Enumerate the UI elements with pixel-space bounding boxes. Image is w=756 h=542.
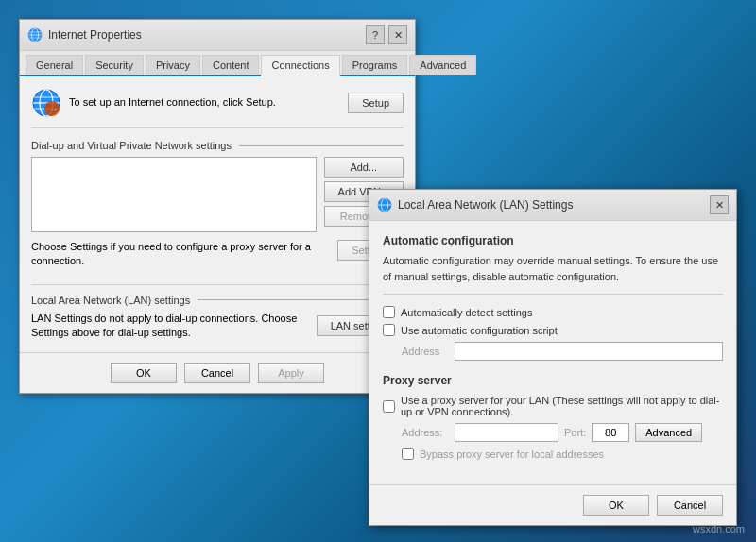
lan-dialog-footer: OK Cancel: [369, 484, 736, 525]
ok-button[interactable]: OK: [111, 363, 177, 383]
lan-titlebar-left: Local Area Network (LAN) Settings: [377, 197, 573, 212]
vpn-listbox[interactable]: [31, 157, 317, 232]
auto-config-heading: Automatic configuration: [383, 234, 723, 247]
proxy-check-row: Use a proxy server for your LAN (These s…: [383, 395, 723, 417]
tab-connections[interactable]: Connections: [261, 55, 339, 76]
lan-ok-button[interactable]: OK: [583, 495, 649, 516]
lan-dialog-content: Automatic configuration Automatic config…: [369, 221, 736, 484]
address-input[interactable]: [455, 342, 723, 361]
auto-detect-label: Automatically detect settings: [401, 307, 532, 318]
choose-settings-text: Choose Settings if you need to configure…: [31, 240, 330, 269]
lan-dialog-title: Local Area Network (LAN) Settings: [398, 198, 573, 212]
choose-settings-row: Choose Settings if you need to configure…: [31, 240, 404, 269]
lan-row: LAN Settings do not apply to dial-up con…: [31, 312, 404, 341]
setup-button[interactable]: Setup: [348, 93, 404, 113]
help-button[interactable]: ?: [366, 25, 385, 44]
lan-text: LAN Settings do not apply to dial-up con…: [31, 312, 309, 341]
lan-globe-icon: [377, 197, 392, 212]
bypass-label: Bypass proxy server for local addresses: [420, 449, 604, 460]
vpn-list-area: Add... Add VPN... Remove...: [31, 157, 404, 232]
lan-section-label: Local Area Network (LAN) settings: [31, 295, 404, 306]
setup-text: To set up an Internet connection, click …: [69, 95, 340, 110]
lan-titlebar: Local Area Network (LAN) Settings ✕: [369, 190, 736, 221]
cancel-button[interactable]: Cancel: [184, 363, 250, 383]
tab-bar: General Security Privacy Content Connect…: [20, 51, 415, 76]
internet-properties-title: Internet Properties: [48, 28, 142, 42]
advanced-button[interactable]: Advanced: [635, 423, 702, 442]
lan-close-button[interactable]: ✕: [710, 195, 729, 214]
address-label: Address: [402, 346, 449, 357]
titlebar-left: Internet Properties: [27, 27, 142, 42]
apply-button[interactable]: Apply: [258, 363, 324, 383]
close-button[interactable]: ✕: [388, 25, 407, 44]
internet-properties-footer: OK Cancel Apply: [20, 352, 415, 393]
auto-detect-checkbox[interactable]: [383, 306, 395, 318]
connections-content: → To set up an Internet connection, clic…: [20, 76, 415, 352]
internet-properties-dialog: Internet Properties ? ✕ General Security…: [19, 19, 416, 394]
proxy-server-heading: Proxy server: [383, 374, 723, 387]
tab-programs[interactable]: Programs: [342, 55, 408, 75]
proxy-check-label: Use a proxy server for your LAN (These s…: [401, 395, 723, 417]
port-input[interactable]: [592, 423, 629, 442]
bypass-row: Bypass proxy server for local addresses: [402, 448, 723, 460]
port-label: Port:: [564, 427, 586, 438]
auto-detect-row: Automatically detect settings: [383, 306, 723, 318]
internet-properties-titlebar: Internet Properties ? ✕: [20, 20, 415, 51]
titlebar-controls: ? ✕: [366, 25, 407, 44]
watermark: wsxdn.com: [693, 523, 745, 534]
bypass-checkbox[interactable]: [402, 448, 414, 460]
internet-properties-icon: [27, 27, 43, 42]
tab-privacy[interactable]: Privacy: [146, 55, 200, 75]
lan-cancel-button[interactable]: Cancel: [657, 495, 723, 516]
auto-script-row: Use automatic configuration script: [383, 324, 723, 336]
lan-section: Local Area Network (LAN) settings LAN Se…: [31, 284, 404, 341]
address-row: Address: [402, 342, 723, 361]
auto-config-desc: Automatic configuration may override man…: [383, 253, 723, 295]
setup-row: → To set up an Internet connection, clic…: [31, 88, 404, 128]
dialup-section-label: Dial-up and Virtual Private Network sett…: [31, 140, 404, 151]
tab-security[interactable]: Security: [85, 55, 144, 75]
lan-titlebar-controls: ✕: [710, 195, 729, 214]
auto-script-label: Use automatic configuration script: [401, 325, 558, 336]
proxy-address-label: Address:: [402, 427, 449, 438]
tab-general[interactable]: General: [26, 55, 83, 75]
add-button[interactable]: Add...: [324, 157, 404, 178]
lan-settings-dialog: Local Area Network (LAN) Settings ✕ Auto…: [369, 189, 737, 526]
proxy-address-input[interactable]: [455, 423, 558, 442]
proxy-address-row: Address: Port: Advanced: [402, 423, 723, 442]
globe-icon: →: [31, 88, 61, 118]
svg-text:→: →: [49, 104, 59, 114]
proxy-checkbox[interactable]: [383, 400, 395, 413]
auto-script-checkbox[interactable]: [383, 324, 395, 336]
tab-content[interactable]: Content: [202, 55, 260, 75]
tab-advanced[interactable]: Advanced: [409, 55, 476, 75]
